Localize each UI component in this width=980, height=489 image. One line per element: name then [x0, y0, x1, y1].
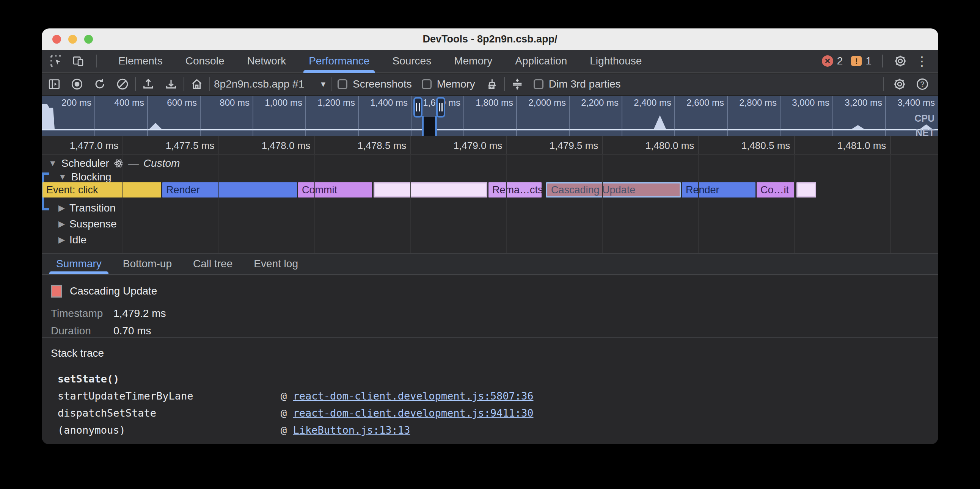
overview-tick-label: 800 ms: [220, 97, 253, 108]
source-location-link[interactable]: LikeButton.js:13:13: [293, 424, 410, 436]
console-warnings-badge[interactable]: ! 1: [851, 55, 872, 67]
screenshots-checkbox[interactable]: Screenshots: [337, 78, 412, 90]
ruler-tick-label: 1,481.0 ms: [837, 140, 886, 152]
blocking-lane-bars: Event: clickRenderCommitRema…ctsCascadin…: [42, 183, 938, 197]
timestamp-value: 1,479.2 ms: [113, 307, 166, 319]
flame-gridline: [506, 155, 507, 253]
selection-window[interactable]: [423, 117, 435, 136]
ruler-gridline: [410, 136, 411, 154]
details-tab-bottom-up[interactable]: Bottom-up: [112, 254, 183, 274]
minimize-window-button[interactable]: [68, 35, 77, 44]
flame-gridline: [794, 155, 795, 253]
flame-bar[interactable]: [374, 183, 487, 197]
source-location-link[interactable]: react-dom-client.development.js:9411:30: [293, 407, 534, 419]
selection-handle-right[interactable]: [436, 97, 445, 117]
inspect-element-icon[interactable]: [50, 55, 62, 67]
collapse-sections-icon[interactable]: [511, 78, 524, 90]
summary-panel: Cascading Update Timestamp 1,479.2 ms Du…: [42, 276, 938, 337]
toggle-sidebar-icon[interactable]: [48, 78, 61, 90]
timeline-overview-minimap[interactable]: 200 ms400 ms600 ms800 ms1,000 ms1,200 ms…: [42, 96, 938, 136]
overview-tick-label: 3,400 ms: [897, 97, 938, 108]
tab-network[interactable]: Network: [235, 50, 298, 72]
device-toolbar-icon[interactable]: [72, 55, 84, 67]
twisty-open-icon: ▼: [49, 159, 57, 168]
devtools-window: DevTools - 8p2n9n.csb.app/ ElementsConso…: [42, 29, 938, 444]
selection-left-line: [422, 116, 424, 136]
ruler-gridline: [506, 136, 507, 154]
error-count: 2: [837, 55, 843, 67]
divider: [96, 55, 97, 67]
ruler-gridline: [602, 136, 603, 154]
garbage-collect-broom-icon[interactable]: [485, 78, 498, 90]
flame-bar-render[interactable]: Render: [682, 183, 756, 197]
flame-bar-event-click[interactable]: Event: click: [43, 183, 161, 197]
stack-frame: setState(): [42, 371, 938, 388]
flame-gridline: [218, 155, 219, 253]
flame-chart[interactable]: ▼ Scheduler — Custom ▼ Blocking Event: c…: [42, 155, 938, 253]
details-tab-event-log[interactable]: Event log: [243, 254, 309, 274]
zoom-window-button[interactable]: [84, 35, 93, 44]
ruler-tick-label: 1,480.5 ms: [741, 140, 791, 152]
track-idle[interactable]: ▶ Idle: [59, 234, 86, 246]
clear-icon[interactable]: [116, 78, 129, 90]
overview-tick-label: 400 ms: [114, 97, 147, 108]
help-icon[interactable]: ?: [916, 77, 929, 91]
selection-handle-left[interactable]: [414, 97, 423, 117]
transition-track-label: Transition: [69, 202, 116, 214]
flame-gridline: [314, 155, 315, 253]
flame-bar-rema-cts[interactable]: Rema…cts: [488, 183, 542, 197]
record-icon[interactable]: [70, 78, 83, 90]
source-location-link[interactable]: react-dom-client.development.js:5807:36: [293, 390, 534, 402]
ruler-gridline: [314, 136, 315, 154]
net-track-label: NET: [916, 127, 934, 136]
reload-and-record-icon[interactable]: [93, 78, 106, 90]
console-errors-badge[interactable]: ✕ 2: [822, 55, 843, 67]
details-tab-summary[interactable]: Summary: [46, 254, 112, 274]
settings-gear-icon[interactable]: [894, 54, 907, 68]
details-tab-call-tree[interactable]: Call tree: [183, 254, 243, 274]
tab-performance[interactable]: Performance: [298, 50, 381, 72]
performance-toolbar: 8p2n9n.csb.app #1 ▼ Screenshots Memory: [42, 73, 938, 95]
tab-sources[interactable]: Sources: [381, 50, 442, 72]
flame-gridline: [698, 155, 699, 253]
tab-elements[interactable]: Elements: [107, 50, 174, 72]
flame-bar-render[interactable]: Render: [162, 183, 297, 197]
cpu-track-label: CPU: [915, 113, 934, 124]
ruler-tick-label: 1,479.0 ms: [453, 140, 503, 152]
save-profile-icon[interactable]: [165, 78, 178, 90]
target-selector-dropdown[interactable]: 8p2n9n.csb.app #1 ▼: [210, 78, 331, 90]
more-options-kebab-icon[interactable]: ⋮: [916, 55, 928, 67]
react-atom-icon: [114, 159, 124, 168]
dim-3rd-parties-checkbox[interactable]: Dim 3rd parties: [534, 78, 621, 90]
tab-console[interactable]: Console: [174, 50, 236, 72]
close-window-button[interactable]: [52, 35, 61, 44]
track-transition[interactable]: ▶ Transition: [59, 202, 116, 214]
time-ruler[interactable]: 1,477.0 ms1,477.5 ms1,478.0 ms1,478.5 ms…: [42, 136, 938, 155]
stack-frame: dispatchSetState@ react-dom-client.devel…: [42, 405, 938, 422]
flame-gridline: [602, 155, 603, 253]
idle-track-label: Idle: [69, 234, 86, 246]
track-suspense[interactable]: ▶ Suspense: [59, 218, 116, 230]
suspense-track-label: Suspense: [69, 218, 117, 230]
error-icon: ✕: [822, 56, 833, 67]
overview-tick-label: 600 ms: [167, 97, 200, 108]
tab-application[interactable]: Application: [504, 50, 578, 72]
tab-lighthouse[interactable]: Lighthouse: [578, 50, 653, 72]
flame-bar-commit[interactable]: Commit: [298, 183, 372, 197]
memory-checkbox[interactable]: Memory: [422, 78, 475, 90]
dash: —: [128, 157, 139, 170]
flame-bar-cascading-update[interactable]: Cascading Update: [546, 183, 681, 197]
divider: [882, 55, 883, 67]
flame-gridline: [890, 155, 891, 253]
at-symbol: @: [281, 407, 293, 419]
home-icon[interactable]: [190, 78, 203, 90]
load-profile-icon[interactable]: [142, 78, 155, 90]
track-blocking[interactable]: ▼ Blocking: [59, 171, 111, 183]
overview-tick-label: 200 ms: [61, 97, 94, 108]
flame-bar[interactable]: [796, 183, 816, 197]
tab-memory[interactable]: Memory: [442, 50, 504, 72]
capture-settings-gear-icon[interactable]: [893, 77, 907, 91]
track-scheduler[interactable]: ▼ Scheduler — Custom: [49, 157, 180, 170]
twisty-closed-icon: ▶: [59, 219, 65, 229]
flame-bar-co-it[interactable]: Co…it: [757, 183, 795, 197]
